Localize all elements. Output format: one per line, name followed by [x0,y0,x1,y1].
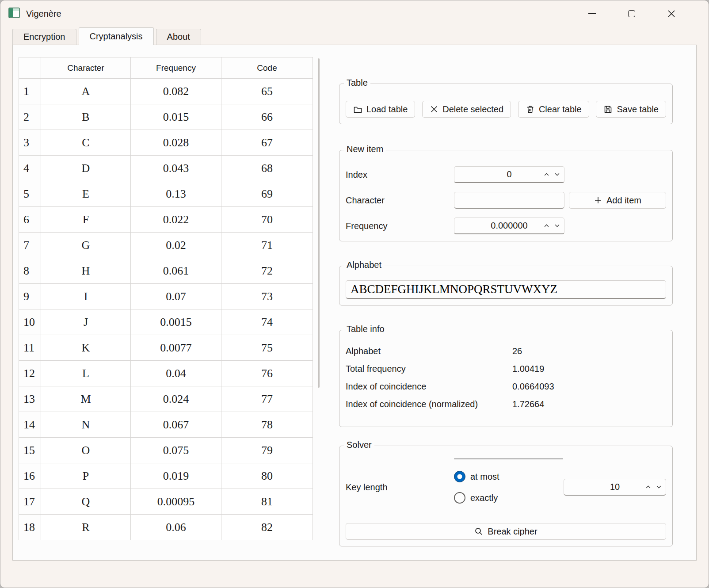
frequency-cell[interactable]: 0.07 [131,284,221,309]
tab-cryptanalysis[interactable]: Cryptanalysis [79,27,154,45]
spin-down-icon[interactable] [554,172,560,177]
table-row[interactable]: 8 H 0.061 72 [19,258,313,284]
tab-encryption[interactable]: Encryption [12,29,76,45]
frequency-cell[interactable]: 0.015 [131,104,221,130]
scrollbar-thumb[interactable] [318,58,320,388]
code-cell[interactable]: 74 [221,309,313,335]
table-row[interactable]: 4 D 0.043 68 [19,156,313,181]
col-header-character[interactable]: Character [41,57,131,79]
delete-selected-button[interactable]: Delete selected [422,101,511,118]
character-cell[interactable]: J [41,309,131,335]
row-index-cell[interactable]: 1 [19,79,41,104]
character-cell[interactable]: R [41,515,131,540]
col-header-code[interactable]: Code [221,57,313,79]
row-index-cell[interactable]: 9 [19,284,41,309]
character-input[interactable] [454,192,564,209]
spin-down-icon[interactable] [554,223,560,229]
character-cell[interactable]: G [41,233,131,258]
table-vscrollbar[interactable] [316,57,321,543]
frequency-cell[interactable]: 0.02 [131,233,221,258]
row-index-cell[interactable]: 13 [19,386,41,412]
table-row[interactable]: 15 O 0.075 79 [19,438,313,463]
character-cell[interactable]: O [41,438,131,463]
character-cell[interactable]: E [41,181,131,207]
code-cell[interactable]: 80 [221,463,313,489]
code-cell[interactable]: 77 [221,386,313,412]
character-cell[interactable]: D [41,156,131,181]
table-row[interactable]: 14 N 0.067 78 [19,412,313,438]
table-row[interactable]: 10 J 0.0015 74 [19,309,313,335]
table-row[interactable]: 17 Q 0.00095 81 [19,489,313,515]
character-cell[interactable]: P [41,463,131,489]
row-index-cell[interactable]: 8 [19,258,41,284]
clear-table-button[interactable]: Clear table [518,101,589,118]
frequency-cell[interactable]: 0.028 [131,130,221,156]
frequency-cell[interactable]: 0.00095 [131,489,221,515]
row-index-cell[interactable]: 2 [19,104,41,130]
tab-about[interactable]: About [156,29,201,45]
alphabet-input[interactable] [346,280,666,299]
code-cell[interactable]: 82 [221,515,313,540]
frequency-cell[interactable]: 0.04 [131,361,221,386]
code-cell[interactable]: 67 [221,130,313,156]
table-row[interactable]: 12 L 0.04 76 [19,361,313,386]
row-index-cell[interactable]: 12 [19,361,41,386]
frequency-cell[interactable]: 0.06 [131,515,221,540]
character-cell[interactable]: I [41,284,131,309]
key-length-slider[interactable] [454,458,563,459]
spin-up-icon[interactable] [544,223,549,229]
spin-down-icon[interactable] [656,484,662,490]
radio-exactly[interactable]: exactly [454,491,499,504]
frequency-cell[interactable]: 0.082 [131,79,221,104]
code-cell[interactable]: 78 [221,412,313,438]
spin-up-icon[interactable] [544,172,549,177]
character-cell[interactable]: B [41,104,131,130]
row-index-cell[interactable]: 15 [19,438,41,463]
row-index-cell[interactable]: 17 [19,489,41,515]
code-cell[interactable]: 68 [221,156,313,181]
code-cell[interactable]: 81 [221,489,313,515]
row-index-cell[interactable]: 4 [19,156,41,181]
code-cell[interactable]: 76 [221,361,313,386]
code-cell[interactable]: 79 [221,438,313,463]
code-cell[interactable]: 65 [221,79,313,104]
col-header-frequency[interactable]: Frequency [131,57,221,79]
close-button[interactable] [652,0,691,27]
row-index-cell[interactable]: 11 [19,335,41,361]
frequency-cell[interactable]: 0.0077 [131,335,221,361]
frequency-spinbox[interactable]: 0.000000 [454,218,564,234]
frequency-cell[interactable]: 0.043 [131,156,221,181]
frequency-cell[interactable]: 0.13 [131,181,221,207]
table-row[interactable]: 16 P 0.019 80 [19,463,313,489]
frequency-cell[interactable]: 0.019 [131,463,221,489]
character-cell[interactable]: H [41,258,131,284]
code-cell[interactable]: 75 [221,335,313,361]
character-cell[interactable]: N [41,412,131,438]
minimize-button[interactable] [572,0,612,27]
key-length-spinbox[interactable]: 10 [564,479,666,496]
break-cipher-button[interactable]: Break cipher [346,523,666,540]
row-index-cell[interactable]: 14 [19,412,41,438]
character-cell[interactable]: C [41,130,131,156]
character-cell[interactable]: L [41,361,131,386]
code-cell[interactable]: 73 [221,284,313,309]
frequency-cell[interactable]: 0.022 [131,207,221,233]
table-row[interactable]: 2 B 0.015 66 [19,104,313,130]
character-cell[interactable]: F [41,207,131,233]
save-table-button[interactable]: Save table [596,101,666,118]
code-cell[interactable]: 66 [221,104,313,130]
character-cell[interactable]: A [41,79,131,104]
table-row[interactable]: 3 C 0.028 67 [19,130,313,156]
radio-at-most[interactable]: at most [454,470,499,483]
table-row[interactable]: 1 A 0.082 65 [19,79,313,104]
character-cell[interactable]: K [41,335,131,361]
frequency-cell[interactable]: 0.0015 [131,309,221,335]
table-row[interactable]: 5 E 0.13 69 [19,181,313,207]
code-cell[interactable]: 70 [221,207,313,233]
radio-exactly-icon[interactable] [454,492,465,504]
table-row[interactable]: 6 F 0.022 70 [19,207,313,233]
frequency-cell[interactable]: 0.024 [131,386,221,412]
frequency-cell[interactable]: 0.075 [131,438,221,463]
spin-up-icon[interactable] [645,484,651,490]
row-index-cell[interactable]: 18 [19,515,41,540]
